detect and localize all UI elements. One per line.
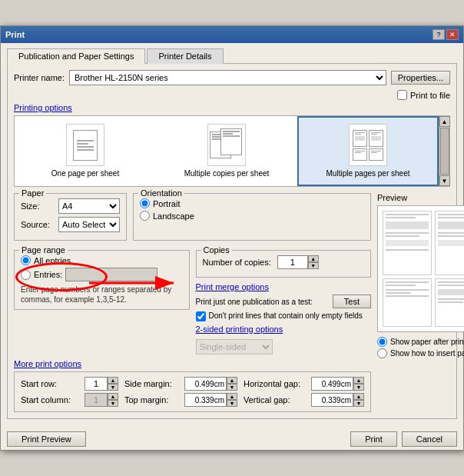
size-select[interactable]: A4	[58, 198, 120, 214]
page-range-hint: Enter page numbers or ranges separated b…	[21, 285, 183, 305]
v-gap-up[interactable]: ▲	[353, 393, 364, 400]
h-gap-up[interactable]: ▲	[353, 377, 364, 384]
v-gap-down[interactable]: ▼	[353, 400, 364, 407]
title-bar-buttons: ? ✕	[433, 29, 459, 40]
portrait-row: Portrait	[140, 198, 364, 208]
margins-section: Start row: 1 ▲ ▼ Side margin: 0.499cm	[14, 371, 371, 412]
layout-multi-pages[interactable]: Multiple pages per sheet	[297, 116, 439, 186]
scroll-thumb[interactable]	[440, 128, 449, 175]
top-margin-label: Top margin:	[124, 395, 178, 404]
print-to-file-checkbox[interactable]	[397, 90, 407, 100]
range-copies-row: Page range All entries Entries:	[14, 250, 371, 355]
two-sided-select[interactable]: Single-sided	[196, 339, 273, 355]
page-range-section: Page range All entries Entries:	[14, 250, 190, 310]
start-col-down[interactable]: ▼	[108, 400, 118, 407]
source-select[interactable]: Auto Select	[58, 217, 120, 232]
footer: Print Preview Print Cancel	[1, 425, 463, 450]
footer-right: Print Cancel	[350, 431, 457, 447]
margins-row-1: Start row: 1 ▲ ▼ Side margin: 0.499cm	[21, 377, 364, 391]
tab-printer-details[interactable]: Printer Details	[147, 48, 223, 64]
entries-input[interactable]	[65, 268, 157, 281]
top-margin-spinner: 0.339cm ▲ ▼	[184, 393, 237, 407]
tab-publication-paper[interactable]: Publication and Paper Settings	[7, 48, 145, 64]
landscape-label: Landscape	[153, 211, 194, 221]
show-paper-radio[interactable]	[377, 337, 387, 347]
h-gap-down[interactable]: ▼	[353, 384, 364, 391]
entries-radio[interactable]	[21, 270, 31, 280]
just-one-label: Print just one publication as a test:	[196, 298, 326, 306]
side-margin-down[interactable]: ▼	[227, 384, 237, 391]
preview-section: Preview	[377, 193, 464, 358]
top-margin-up[interactable]: ▲	[227, 393, 237, 400]
dont-print-label: Don't print lines that contain only empt…	[209, 311, 363, 320]
paper-source-row: Source: Auto Select	[21, 217, 120, 232]
printer-name-select[interactable]: Brother HL-2150N series	[69, 70, 386, 85]
layout-multi-copies-label: Multiple copies per sheet	[184, 169, 270, 178]
preview-box	[377, 205, 464, 332]
print-preview-button[interactable]: Print Preview	[7, 431, 86, 447]
orientation-section: Orientation Portrait Landscape	[133, 193, 371, 241]
all-entries-radio[interactable]	[21, 255, 31, 265]
margins-row-2: Start column: 1 ▲ ▼ Top margin: 0.339cm	[21, 393, 364, 407]
layout-one-page-label: One page per sheet	[51, 169, 119, 178]
show-paper-row: Show paper after printing	[377, 337, 464, 347]
scroll-down-btn[interactable]: ▼	[439, 175, 450, 186]
start-row-input[interactable]: 1	[85, 377, 108, 391]
num-copies-input[interactable]	[277, 255, 308, 269]
start-col-input[interactable]: 1	[85, 393, 108, 407]
copies-wrapper: Copies Number of copies: ▲ ▼	[196, 250, 372, 355]
copies-section: Copies Number of copies: ▲ ▼	[196, 250, 372, 278]
close-button[interactable]: ✕	[446, 29, 459, 40]
main-body: Paper Size: A4 Source: Auto Select	[14, 193, 450, 412]
copies-title: Copies	[201, 245, 232, 255]
printing-options-link[interactable]: Printing options	[14, 103, 450, 112]
show-insert-radio[interactable]	[377, 348, 387, 358]
title-bar: Print ? ✕	[1, 26, 463, 43]
start-row-up[interactable]: ▲	[108, 377, 118, 384]
start-col-up[interactable]: ▲	[108, 393, 118, 400]
spin-up-btn[interactable]: ▲	[308, 255, 319, 262]
two-sided-section: 2-sided printing options Single-sided	[196, 325, 372, 355]
print-button[interactable]: Print	[350, 431, 397, 447]
test-button[interactable]: Test	[333, 295, 371, 308]
entries-label: Entries:	[34, 270, 62, 279]
v-gap-label: Vertical gap:	[244, 395, 305, 404]
start-row-label: Start row:	[21, 379, 78, 388]
properties-button[interactable]: Properties...	[391, 71, 450, 85]
layout-one-page[interactable]: One page per sheet	[15, 116, 156, 186]
dont-print-checkbox[interactable]	[196, 311, 206, 321]
spin-down-btn[interactable]: ▼	[308, 262, 319, 269]
tab-content-main: Printer name: Brother HL-2150N series Pr…	[7, 64, 457, 419]
right-panel: Preview	[377, 193, 464, 412]
source-label: Source:	[21, 220, 55, 229]
spin-arrows: ▲ ▼	[308, 255, 319, 269]
dont-print-row: Don't print lines that contain only empt…	[196, 311, 372, 321]
start-row-down[interactable]: ▼	[108, 384, 118, 391]
portrait-radio[interactable]	[140, 198, 150, 208]
cancel-button[interactable]: Cancel	[402, 431, 457, 447]
top-margin-down[interactable]: ▼	[227, 400, 237, 407]
layout-multi-copies[interactable]: Multiple copies per sheet	[156, 116, 297, 186]
all-entries-label: All entries	[34, 256, 71, 265]
start-col-label: Start column:	[21, 395, 78, 404]
show-paper-label: Show paper after printing	[390, 338, 464, 346]
paper-section: Paper Size: A4 Source: Auto Select	[14, 193, 127, 241]
num-copies-row: Number of copies: ▲ ▼	[203, 255, 365, 269]
h-gap-input[interactable]: 0.499cm	[311, 377, 353, 391]
start-col-spinner: 1 ▲ ▼	[85, 393, 118, 407]
layout-scrollbar: ▲ ▼	[439, 116, 449, 186]
v-gap-spinner: 0.339cm ▲ ▼	[311, 393, 364, 407]
help-button[interactable]: ?	[433, 29, 445, 40]
more-options-link[interactable]: More print options	[14, 359, 371, 368]
top-margin-input[interactable]: 0.339cm	[184, 393, 227, 407]
v-gap-input[interactable]: 0.339cm	[311, 393, 353, 407]
layout-scroll: One page per sheet	[15, 116, 439, 186]
side-margin-up[interactable]: ▲	[227, 377, 237, 384]
landscape-radio[interactable]	[140, 211, 150, 221]
side-margin-input[interactable]: 0.499cm	[184, 377, 227, 391]
two-sided-link[interactable]: 2-sided printing options	[196, 325, 283, 334]
print-to-file-label: Print to file	[410, 91, 450, 100]
scroll-up-btn[interactable]: ▲	[439, 116, 450, 127]
num-copies-label: Number of copies:	[203, 258, 271, 267]
print-merge-link[interactable]: Print merge options	[196, 282, 269, 291]
